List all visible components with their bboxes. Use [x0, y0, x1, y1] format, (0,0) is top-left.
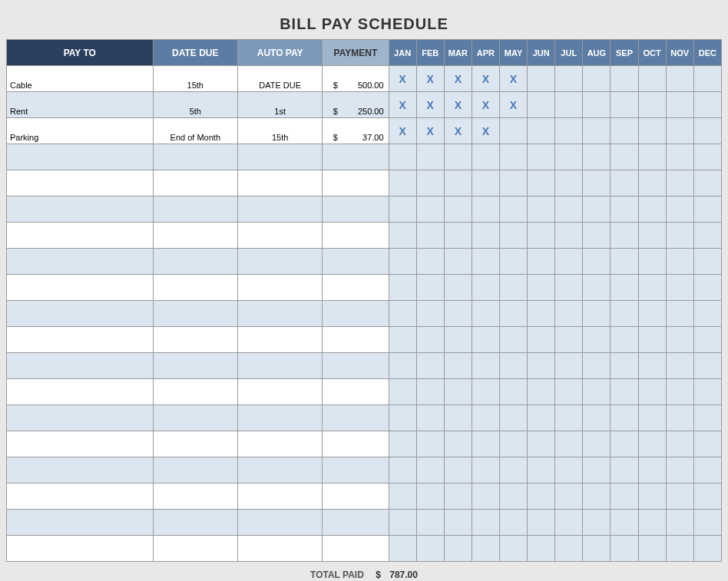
cell-month[interactable] — [583, 223, 611, 249]
cell-autopay[interactable]: DATE DUE — [237, 66, 322, 92]
cell-payment-amount[interactable] — [341, 379, 389, 405]
cell-payto[interactable] — [7, 301, 154, 327]
cell-month[interactable]: X — [389, 92, 416, 118]
cell-month[interactable] — [555, 92, 583, 118]
cell-month[interactable] — [444, 431, 472, 457]
cell-month[interactable] — [666, 353, 693, 379]
cell-payto[interactable] — [7, 144, 154, 170]
cell-month[interactable] — [389, 170, 416, 196]
cell-payto[interactable] — [7, 536, 154, 562]
cell-month[interactable] — [499, 353, 527, 379]
cell-month[interactable] — [444, 510, 472, 536]
cell-month[interactable] — [416, 144, 444, 170]
cell-month[interactable] — [693, 66, 721, 92]
cell-month[interactable] — [555, 379, 583, 405]
cell-month[interactable] — [528, 66, 555, 92]
cell-month[interactable] — [472, 301, 499, 327]
cell-month[interactable] — [472, 457, 499, 484]
cell-month[interactable]: X — [416, 92, 444, 118]
cell-month[interactable] — [611, 170, 638, 196]
cell-month[interactable] — [583, 457, 611, 484]
cell-month[interactable] — [389, 301, 416, 327]
cell-month[interactable] — [416, 327, 444, 353]
cell-month[interactable] — [611, 249, 638, 275]
cell-month[interactable] — [528, 144, 555, 170]
cell-month[interactable] — [499, 536, 527, 562]
cell-month[interactable] — [416, 484, 444, 510]
cell-payment-amount[interactable]: 250.00 — [341, 92, 389, 118]
cell-month[interactable]: X — [472, 66, 499, 92]
cell-month[interactable] — [638, 118, 666, 144]
cell-month[interactable] — [638, 353, 666, 379]
cell-autopay[interactable] — [237, 301, 322, 327]
cell-month[interactable] — [666, 327, 693, 353]
cell-month[interactable] — [416, 196, 444, 223]
cell-month[interactable] — [693, 510, 721, 536]
cell-month[interactable] — [444, 405, 472, 431]
cell-autopay[interactable] — [237, 223, 322, 249]
cell-month[interactable] — [528, 484, 555, 510]
cell-month[interactable] — [638, 223, 666, 249]
cell-month[interactable] — [583, 431, 611, 457]
cell-month[interactable] — [611, 223, 638, 249]
cell-month[interactable] — [499, 379, 527, 405]
cell-month[interactable] — [638, 327, 666, 353]
cell-month[interactable] — [611, 431, 638, 457]
cell-autopay[interactable]: 1st — [237, 92, 322, 118]
cell-month[interactable]: X — [389, 118, 416, 144]
cell-month[interactable] — [583, 118, 611, 144]
cell-month[interactable] — [583, 66, 611, 92]
cell-month[interactable] — [583, 405, 611, 431]
cell-month[interactable] — [693, 405, 721, 431]
cell-autopay[interactable] — [237, 379, 322, 405]
cell-month[interactable] — [444, 484, 472, 510]
cell-payto[interactable] — [7, 275, 154, 301]
cell-autopay[interactable] — [237, 457, 322, 484]
cell-month[interactable] — [583, 510, 611, 536]
cell-month[interactable] — [416, 457, 444, 484]
cell-month[interactable] — [528, 510, 555, 536]
cell-autopay[interactable] — [237, 405, 322, 431]
cell-payment-amount[interactable] — [341, 484, 389, 510]
cell-month[interactable] — [555, 510, 583, 536]
cell-month[interactable] — [472, 431, 499, 457]
cell-autopay[interactable] — [237, 327, 322, 353]
cell-month[interactable] — [555, 196, 583, 223]
cell-month[interactable] — [389, 484, 416, 510]
cell-payment-amount[interactable]: 500.00 — [341, 66, 389, 92]
cell-month[interactable] — [583, 353, 611, 379]
cell-month[interactable] — [499, 249, 527, 275]
cell-month[interactable] — [555, 144, 583, 170]
cell-payment-amount[interactable] — [341, 144, 389, 170]
cell-month[interactable] — [693, 275, 721, 301]
cell-month[interactable] — [611, 66, 638, 92]
cell-month[interactable] — [472, 510, 499, 536]
cell-month[interactable] — [638, 484, 666, 510]
cell-month[interactable] — [583, 327, 611, 353]
cell-month[interactable] — [528, 170, 555, 196]
cell-payment-amount[interactable] — [341, 223, 389, 249]
cell-autopay[interactable] — [237, 249, 322, 275]
cell-month[interactable] — [555, 353, 583, 379]
cell-month[interactable] — [444, 223, 472, 249]
cell-month[interactable] — [528, 536, 555, 562]
cell-month[interactable] — [444, 353, 472, 379]
cell-datedue[interactable] — [153, 301, 237, 327]
cell-month[interactable] — [389, 275, 416, 301]
cell-month[interactable] — [555, 405, 583, 431]
cell-month[interactable] — [389, 327, 416, 353]
cell-datedue[interactable] — [153, 353, 237, 379]
cell-payment-amount[interactable] — [341, 405, 389, 431]
cell-month[interactable] — [416, 379, 444, 405]
cell-month[interactable] — [693, 170, 721, 196]
cell-payto[interactable] — [7, 170, 154, 196]
cell-month[interactable] — [611, 536, 638, 562]
cell-month[interactable] — [472, 353, 499, 379]
cell-payto[interactable]: Rent — [7, 92, 154, 118]
cell-month[interactable] — [472, 223, 499, 249]
cell-month[interactable]: X — [416, 118, 444, 144]
cell-payment-amount[interactable] — [341, 275, 389, 301]
cell-month[interactable] — [444, 249, 472, 275]
cell-month[interactable]: X — [472, 118, 499, 144]
cell-month[interactable] — [666, 144, 693, 170]
